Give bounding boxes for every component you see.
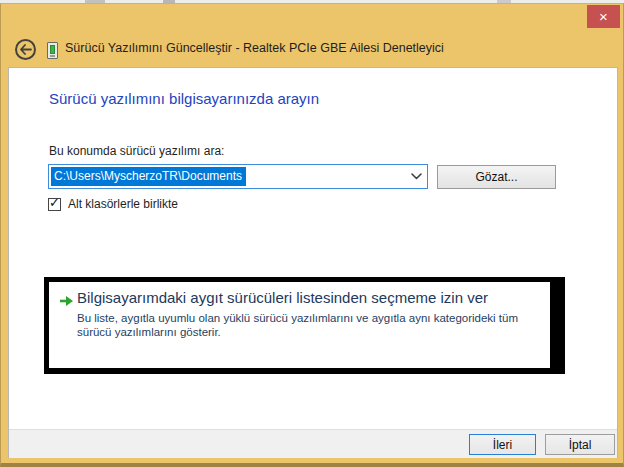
- combobox-dropdown-button[interactable]: [405, 165, 427, 188]
- command-link-title: Bilgisayarımdaki aygıt sürücüleri listes…: [77, 289, 488, 306]
- search-location-label: Bu konumda sürücü yazılımı ara:: [49, 144, 224, 158]
- close-icon: ×: [599, 9, 608, 24]
- chevron-down-icon: [411, 173, 422, 180]
- back-button[interactable]: [15, 39, 36, 60]
- close-button[interactable]: ×: [587, 5, 620, 28]
- subfolders-checkbox[interactable]: ✓: [48, 198, 61, 211]
- wizard-content-panel: Sürücü yazılımını bilgisayarınızda arayı…: [8, 67, 618, 458]
- back-arrow-icon: [19, 44, 32, 55]
- location-combobox[interactable]: C:\Users\MyscherzoTR\Documents: [48, 164, 428, 189]
- checkmark-icon: ✓: [49, 195, 60, 210]
- driver-device-icon: [47, 42, 58, 59]
- browse-button[interactable]: Gözat...: [437, 165, 556, 189]
- green-arrow-icon: [59, 295, 74, 307]
- pick-from-list-command-link[interactable]: Bilgisayarımdaki aygıt sürücüleri listes…: [49, 282, 550, 368]
- subfolders-checkbox-label[interactable]: Alt klasörlerle birlikte: [68, 197, 178, 211]
- screen: × Sürücü Yazılımını Güncelleştir - Realt…: [0, 0, 624, 467]
- command-link-description: Bu liste, aygıtla uyumlu olan yüklü sürü…: [77, 311, 547, 339]
- page-heading: Sürücü yazılımını bilgisayarınızda arayı…: [49, 90, 319, 107]
- cancel-button[interactable]: İptal: [545, 434, 615, 455]
- dialog-footer: İleri İptal: [9, 429, 617, 458]
- next-button[interactable]: İleri: [469, 434, 536, 455]
- location-path-text: C:\Users\MyscherzoTR\Documents: [51, 167, 246, 186]
- annotation-highlight-box: Bilgisayarımdaki aygıt sürücüleri listes…: [44, 277, 565, 374]
- window-title: Sürücü Yazılımını Güncelleştir - Realtek…: [65, 41, 585, 55]
- include-subfolders-row[interactable]: ✓ Alt klasörlerle birlikte: [48, 196, 178, 212]
- dialog-window: × Sürücü Yazılımını Güncelleştir - Realt…: [0, 3, 624, 467]
